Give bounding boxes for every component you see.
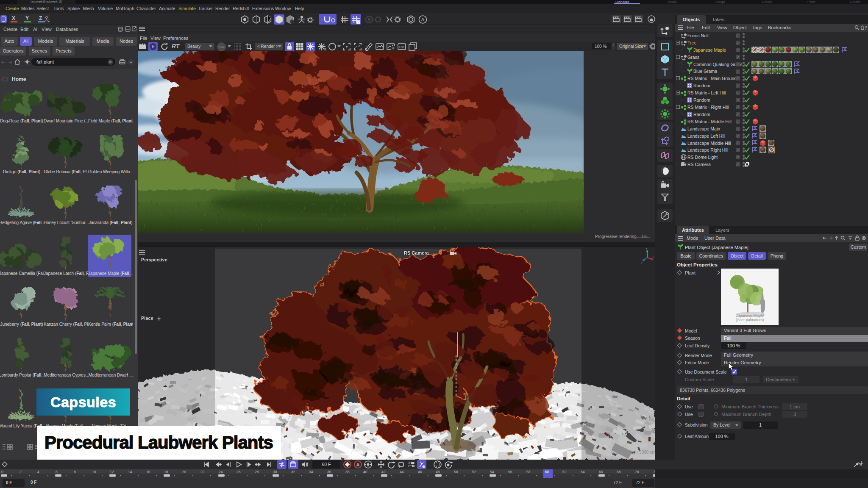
svg-text:62: 62 bbox=[562, 470, 567, 474]
svg-text:22: 22 bbox=[200, 470, 205, 474]
svg-text:48: 48 bbox=[436, 470, 440, 474]
svg-text:G: G bbox=[324, 48, 326, 51]
svg-text:12: 12 bbox=[110, 470, 114, 474]
svg-text:60: 60 bbox=[545, 470, 549, 474]
svg-text:4: 4 bbox=[37, 470, 39, 474]
svg-text:24: 24 bbox=[219, 470, 223, 474]
svg-text:20: 20 bbox=[182, 470, 186, 474]
svg-text:2: 2 bbox=[19, 470, 22, 474]
svg-text:66: 66 bbox=[599, 470, 603, 474]
svg-text:6: 6 bbox=[56, 470, 58, 474]
svg-text:Z: Z bbox=[641, 262, 643, 265]
svg-text:40: 40 bbox=[363, 470, 367, 474]
svg-text:42: 42 bbox=[381, 470, 386, 474]
svg-text:28: 28 bbox=[255, 470, 259, 474]
svg-text:36: 36 bbox=[327, 470, 331, 474]
svg-text:38: 38 bbox=[345, 470, 350, 474]
svg-text:44: 44 bbox=[400, 470, 404, 474]
svg-text:32: 32 bbox=[291, 470, 295, 474]
svg-text:58: 58 bbox=[526, 470, 531, 474]
svg-text:30: 30 bbox=[273, 470, 277, 474]
svg-text:34: 34 bbox=[309, 470, 313, 474]
svg-text:Japanese Maple: Japanese Maple bbox=[736, 313, 764, 318]
svg-text:72: 72 bbox=[653, 470, 655, 474]
svg-text:50: 50 bbox=[454, 470, 458, 474]
svg-text:Y: Y bbox=[645, 248, 648, 250]
svg-text:14: 14 bbox=[128, 470, 132, 474]
svg-text:8: 8 bbox=[74, 470, 76, 474]
svg-text:68: 68 bbox=[617, 470, 621, 474]
svg-text:52: 52 bbox=[472, 470, 476, 474]
svg-text:18: 18 bbox=[164, 470, 168, 474]
svg-text:X: X bbox=[653, 256, 654, 259]
svg-text:54: 54 bbox=[490, 470, 494, 474]
svg-text:16: 16 bbox=[146, 470, 150, 474]
svg-text:64: 64 bbox=[581, 470, 585, 474]
svg-text:(Acer palmatum): (Acer palmatum) bbox=[736, 318, 764, 322]
svg-text:70: 70 bbox=[635, 470, 639, 474]
svg-text:A: A bbox=[356, 462, 360, 467]
svg-text:10: 10 bbox=[92, 470, 96, 474]
svg-text:0: 0 bbox=[1, 470, 3, 474]
svg-text:A: A bbox=[421, 17, 425, 22]
svg-text:PV: PV bbox=[399, 45, 404, 49]
svg-text:56: 56 bbox=[508, 470, 512, 474]
svg-text:46: 46 bbox=[418, 470, 422, 474]
svg-text:26: 26 bbox=[236, 470, 241, 474]
